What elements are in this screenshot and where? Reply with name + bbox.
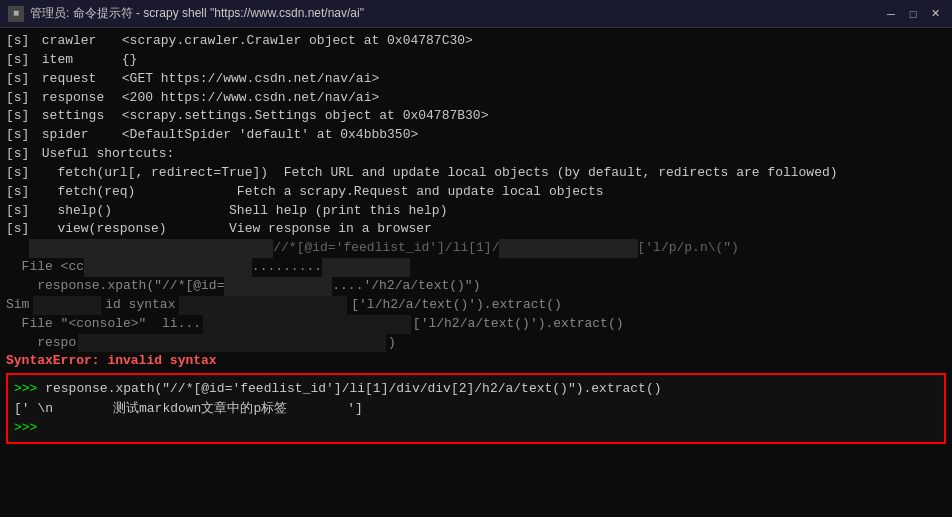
result-line: [' \n 测试markdown文章中的p标签 '] (14, 399, 938, 419)
line-val: <scrapy.settings.Settings object at 0x04… (114, 107, 488, 126)
line-prefix: [s] (6, 70, 34, 89)
line-prefix: [s] (6, 220, 34, 239)
result-open: [' \n (14, 399, 53, 419)
line-key: response (34, 89, 114, 108)
line-val: <scrapy.crawler.Crawler object at 0x0478… (114, 32, 473, 51)
line-prefix: [s] (6, 145, 34, 164)
maximize-button[interactable]: □ (904, 5, 922, 23)
redacted-block-6 (33, 296, 101, 315)
line-key: request (34, 70, 114, 89)
error-section: >>> response.xpath("//*[@id='feedlist_id… (6, 373, 946, 444)
minimize-button[interactable]: ─ (882, 5, 900, 23)
line-prefix: [s] (6, 51, 34, 70)
syntax-error-line: SyntaxError: invalid syntax (6, 352, 946, 371)
redirects-label: redirects (658, 165, 728, 180)
syntax-error-text: SyntaxError: invalid syntax (6, 352, 217, 371)
redacted-block-2 (499, 239, 637, 258)
result-close: '] (347, 399, 363, 419)
line-prefix: [s] (6, 164, 34, 183)
line-val: {} (114, 51, 137, 70)
terminal-line: [s] fetch(url[, redirect=True]) Fetch UR… (6, 164, 946, 183)
line-prefix: [s] (6, 183, 34, 202)
terminal-line: [s] Useful shortcuts: (6, 145, 946, 164)
line-val: <DefaultSpider 'default' at 0x4bbb350> (114, 126, 418, 145)
fetch-label: fetch (57, 165, 96, 180)
terminal-line: [s] view(response) View response in a br… (6, 220, 946, 239)
close-button[interactable]: ✕ (926, 5, 944, 23)
line-val: <200 https://www.csdn.net/nav/ai> (114, 89, 379, 108)
terminal-line: [s] request <GET https://www.csdn.net/na… (6, 70, 946, 89)
final-prompt: >>> (14, 418, 37, 438)
redacted-block (29, 239, 273, 258)
redacted-block-4 (322, 258, 410, 277)
line-val: Useful shortcuts: (34, 145, 174, 164)
redacted-block-9 (78, 334, 386, 353)
redacted-block-7 (179, 296, 347, 315)
line-val: <GET https://www.csdn.net/nav/ai> (114, 70, 379, 89)
file-error-line1: File <cc ......... (6, 258, 946, 277)
line-val: shelp() Shell help (print this help) (34, 202, 447, 221)
terminal-line: [s] fetch(req) Fetch a scrapy.Request an… (6, 183, 946, 202)
line-prefix: [s] (6, 89, 34, 108)
terminal-line: [s] settings <scrapy.settings.Settings o… (6, 107, 946, 126)
line-val: fetch(url[, redirect=True]) Fetch URL an… (34, 164, 838, 183)
line-key: crawler (34, 32, 114, 51)
file-error-line2: File "<console>" li... ['l/h2/a/text()')… (6, 315, 946, 334)
terminal-line: [s] spider <DefaultSpider 'default' at 0… (6, 126, 946, 145)
window-title: 管理员: 命令提示符 - scrapy shell "https://www.c… (30, 5, 364, 22)
redacted-block-8 (203, 315, 411, 334)
terminal-line: [s] response <200 https://www.csdn.net/n… (6, 89, 946, 108)
window-controls[interactable]: ─ □ ✕ (882, 5, 944, 23)
terminal-line: [s] crawler <scrapy.crawler.Crawler obje… (6, 32, 946, 51)
line-prefix: [s] (6, 32, 34, 51)
terminal-line: [s] shelp() Shell help (print this help) (6, 202, 946, 221)
result-content: 测试markdown文章中的p标签 (113, 399, 287, 419)
window-icon: ■ (8, 6, 24, 22)
title-bar-left: ■ 管理员: 命令提示符 - scrapy shell "https://www… (8, 5, 364, 22)
response-xpath-line: response.xpath("//*[@id= ....'/h2/a/text… (6, 277, 946, 296)
respo-line: respo ) (6, 334, 946, 353)
line-prefix: [s] (6, 126, 34, 145)
final-prompt-line: >>> (14, 418, 938, 438)
command-text: response.xpath("//*[@id='feedlist_id']/l… (45, 379, 661, 399)
line-key: spider (34, 126, 114, 145)
prompt-symbol: >>> (14, 379, 45, 399)
redacted-block-5 (224, 277, 332, 296)
line-prefix: [s] (6, 107, 34, 126)
sim-line: Sim id syntax ['l/h2/a/text()').extract(… (6, 296, 946, 315)
terminal-line: [s] item {} (6, 51, 946, 70)
redacted-block-3 (84, 258, 252, 277)
line-key: settings (34, 107, 114, 126)
command-line: >>> response.xpath("//*[@id='feedlist_id… (14, 379, 938, 399)
terminal-line-obfuscated: //*[@id='feedlist_id']/li[1]/ ['l/p/p.n\… (6, 239, 946, 258)
line-prefix: [s] (6, 202, 34, 221)
line-val: view(response) View response in a browse… (34, 220, 432, 239)
line-val: fetch(req) Fetch a scrapy.Request and up… (34, 183, 604, 202)
line-key: item (34, 51, 114, 70)
terminal: [s] crawler <scrapy.crawler.Crawler obje… (0, 28, 952, 517)
title-bar: ■ 管理员: 命令提示符 - scrapy shell "https://www… (0, 0, 952, 28)
